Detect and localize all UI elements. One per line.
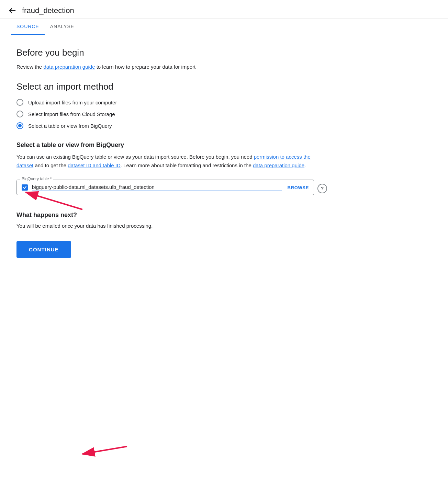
data-prep-guide-link-1[interactable]: data preparation guide — [43, 64, 95, 70]
before-you-begin-title: Before you begin — [16, 47, 327, 58]
browse-button[interactable]: BROWSE — [288, 185, 309, 190]
what-happens-next-title: What happens next? — [16, 212, 327, 219]
bigquery-section: Select a table or view from BigQuery You… — [16, 141, 327, 198]
svg-line-4 — [82, 446, 127, 454]
radio-option-upload[interactable]: Upload import files from your computer — [16, 99, 327, 106]
page-title: fraud_detection — [22, 6, 74, 15]
radio-bigquery-indicator — [16, 122, 23, 129]
radio-bigquery-selected-dot — [18, 124, 22, 127]
bigquery-table-value[interactable]: bigquery-public-data.ml_datasets.ulb_fra… — [32, 184, 282, 191]
radio-cloud-indicator — [16, 111, 23, 117]
import-method-radio-group: Upload import files from your computer S… — [16, 99, 327, 129]
data-prep-guide-link-2[interactable]: data preparation guide — [253, 162, 304, 168]
bigquery-section-title: Select a table or view from BigQuery — [16, 141, 327, 149]
import-method-section: Select an import method Upload import fi… — [16, 81, 327, 129]
bigquery-description: You can use an existing BigQuery table o… — [16, 153, 327, 170]
bigquery-field-row: BigQuery table * bigquery-public-data.ml… — [16, 180, 327, 198]
tab-source[interactable]: SOURCE — [11, 19, 45, 35]
bigquery-field-label: BigQuery table * — [20, 177, 53, 181]
before-you-begin-description: Review the data preparation guide to lea… — [16, 63, 327, 71]
radio-option-bigquery[interactable]: Select a table or view from BigQuery — [16, 122, 327, 129]
tab-analyse[interactable]: ANALYSE — [45, 19, 80, 35]
radio-bigquery-label: Select a table or view from BigQuery — [28, 123, 112, 129]
radio-upload-label: Upload import files from your computer — [28, 100, 117, 105]
before-you-begin-section: Before you begin Review the data prepara… — [16, 47, 327, 71]
bigquery-table-field: BigQuery table * bigquery-public-data.ml… — [16, 180, 314, 195]
continue-button[interactable]: CONTINUE — [16, 241, 71, 258]
help-icon[interactable]: ? — [317, 184, 327, 193]
what-happens-next-section: What happens next? You will be emailed o… — [16, 212, 327, 258]
dataset-id-link[interactable]: dataset ID and table ID — [68, 162, 120, 168]
radio-option-cloud-storage[interactable]: Select import files from Cloud Storage — [16, 111, 327, 117]
tabs-bar: SOURCE ANALYSE — [0, 19, 448, 35]
bigquery-checkbox — [22, 184, 28, 191]
what-happens-next-description: You will be emailed once your data has f… — [16, 223, 327, 229]
radio-cloud-label: Select import files from Cloud Storage — [28, 111, 115, 117]
back-button[interactable] — [8, 7, 16, 15]
import-method-title: Select an import method — [16, 81, 327, 92]
radio-upload-indicator — [16, 99, 23, 106]
